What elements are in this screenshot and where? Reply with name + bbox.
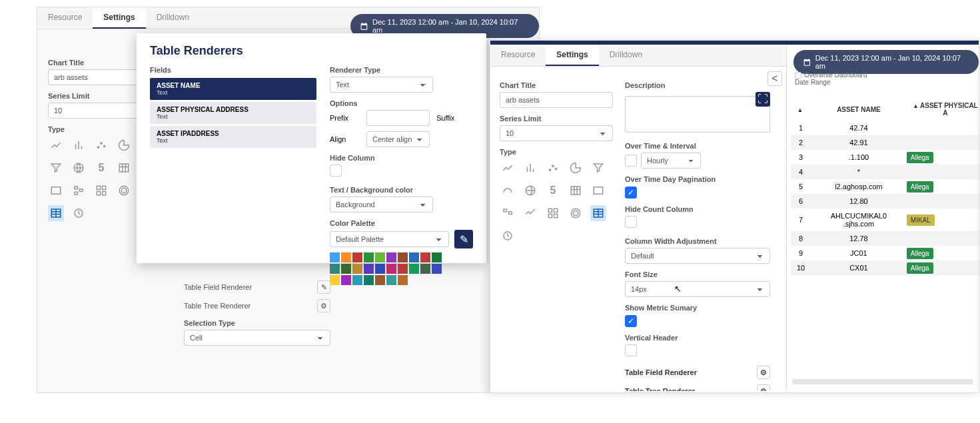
table-row[interactable]: 4* xyxy=(791,165,979,179)
r-series-limit-select[interactable]: 10 xyxy=(500,125,613,141)
r-pie-chart-icon[interactable] xyxy=(568,160,584,176)
table-row[interactable]: 3.1.100Allega xyxy=(791,150,979,165)
r-data-table-icon[interactable] xyxy=(590,205,606,221)
r-trend-icon[interactable] xyxy=(522,205,538,221)
chart-title-input[interactable] xyxy=(48,69,147,85)
over-time-checkbox[interactable] xyxy=(625,155,637,167)
table-row[interactable]: 7AHLCUCMIKAL0 .sjhs.comMIKAL xyxy=(791,209,979,231)
r-tree-icon[interactable] xyxy=(500,205,516,221)
r-table-icon[interactable] xyxy=(568,183,584,199)
r-table-field-renderer-gear[interactable]: ⚙ xyxy=(757,366,770,379)
table-row[interactable]: 812.78 xyxy=(791,231,979,246)
color-swatch[interactable] xyxy=(364,264,374,274)
over-time-day-checkbox[interactable]: ✓ xyxy=(625,187,637,199)
color-swatch[interactable] xyxy=(432,252,442,262)
hide-count-checkbox[interactable] xyxy=(625,216,637,228)
color-swatch[interactable] xyxy=(352,264,362,274)
color-swatch[interactable] xyxy=(420,252,430,262)
color-swatch[interactable] xyxy=(330,264,340,274)
hide-column-checkbox[interactable] xyxy=(330,165,342,177)
r-gauge-chart-icon[interactable] xyxy=(500,183,516,199)
r-timeline-icon[interactable] xyxy=(500,228,516,244)
renderer-type-select[interactable]: Text xyxy=(330,77,433,93)
color-swatch[interactable] xyxy=(398,275,408,285)
funnel-chart-icon[interactable] xyxy=(48,160,64,176)
color-swatch[interactable] xyxy=(409,264,419,274)
table-row[interactable]: 242.91 xyxy=(791,135,979,150)
table-icon[interactable] xyxy=(116,160,132,176)
field-row[interactable]: ASSET NAMEText xyxy=(150,78,316,100)
color-swatch[interactable] xyxy=(330,252,340,262)
series-limit-input[interactable] xyxy=(48,103,147,119)
line-chart-icon[interactable] xyxy=(48,137,64,153)
r-tab-settings[interactable]: Settings xyxy=(546,45,598,66)
table-row[interactable]: 142.74 xyxy=(791,121,979,135)
data-table-icon[interactable] xyxy=(48,205,64,221)
color-swatch[interactable] xyxy=(364,275,374,285)
color-swatch[interactable] xyxy=(341,264,351,274)
color-swatch[interactable] xyxy=(341,275,351,285)
r-line-chart-icon[interactable] xyxy=(500,160,516,176)
prefix-input[interactable] xyxy=(366,110,430,126)
grid-icon[interactable] xyxy=(93,183,109,199)
tab-drilldown[interactable]: Drilldown xyxy=(146,7,200,29)
palette-select[interactable]: Default Palette xyxy=(330,231,449,247)
r-grid-icon[interactable] xyxy=(545,205,561,221)
color-swatch[interactable] xyxy=(398,252,408,262)
color-swatch[interactable] xyxy=(341,252,351,262)
r-date-range-pill[interactable]: Dec 11, 2023 12:00 am - Jan 10, 2024 10:… xyxy=(793,50,979,74)
card-icon[interactable] xyxy=(48,183,64,199)
color-swatch[interactable] xyxy=(386,275,396,285)
sort-arrow-icon[interactable]: ▲ xyxy=(797,107,803,113)
number-five-icon[interactable]: 5 xyxy=(93,160,109,176)
color-swatch[interactable] xyxy=(386,252,396,262)
align-select[interactable]: Center align xyxy=(366,131,430,147)
r-tab-resource[interactable]: Resource xyxy=(490,45,546,66)
bar-chart-icon[interactable] xyxy=(71,137,87,153)
r-bar-chart-icon[interactable] xyxy=(522,160,538,176)
table-row[interactable]: 10CX01Allega xyxy=(791,260,979,275)
color-swatch[interactable] xyxy=(330,275,340,285)
th-asset-physical[interactable]: ASSET PHYSICAL A xyxy=(920,102,978,117)
r-radar-icon[interactable] xyxy=(568,205,584,221)
r-table-tree-renderer-gear[interactable]: ⚙ xyxy=(757,384,770,391)
over-time-interval-select[interactable]: Hourly xyxy=(641,153,701,169)
font-size-select[interactable]: 14px xyxy=(625,281,770,297)
color-swatch[interactable] xyxy=(375,275,385,285)
color-swatch[interactable] xyxy=(352,275,362,285)
r-globe-icon[interactable] xyxy=(522,183,538,199)
col-width-select[interactable]: Default xyxy=(625,248,770,264)
timeline-icon[interactable] xyxy=(71,205,87,221)
color-swatch[interactable] xyxy=(398,264,408,274)
tab-settings[interactable]: Settings xyxy=(93,7,145,29)
horizontal-scrollbar[interactable] xyxy=(792,379,973,384)
selection-type-select[interactable]: Cell xyxy=(184,330,330,346)
color-swatch[interactable] xyxy=(375,252,385,262)
description-expand-button[interactable]: ⛶ xyxy=(755,92,770,107)
color-swatch[interactable] xyxy=(420,264,430,274)
color-swatch[interactable] xyxy=(432,264,442,274)
pie-chart-icon[interactable] xyxy=(116,137,132,153)
r-card-icon[interactable] xyxy=(590,183,606,199)
show-metric-checkbox[interactable]: ✓ xyxy=(625,315,637,327)
color-swatch[interactable] xyxy=(375,264,385,274)
edit-palette-button[interactable]: ✎ xyxy=(454,230,473,248)
r-chart-title-input[interactable] xyxy=(500,92,613,108)
r-scatter-chart-icon[interactable] xyxy=(545,160,561,176)
description-textarea[interactable] xyxy=(625,96,770,133)
color-swatch[interactable] xyxy=(409,252,419,262)
tab-resource[interactable]: Resource xyxy=(37,7,93,29)
table-tree-renderer-gear[interactable]: ⚙ xyxy=(317,299,330,312)
r-overwrite-checkbox[interactable] xyxy=(795,72,801,79)
color-swatch[interactable] xyxy=(352,252,362,262)
color-swatch[interactable] xyxy=(364,252,374,262)
radar-icon[interactable] xyxy=(116,183,132,199)
text-bg-select[interactable]: Background xyxy=(330,197,433,212)
table-row[interactable]: 612.80 xyxy=(791,194,979,209)
field-row[interactable]: ASSET PHYSICAL ADDRESSText xyxy=(150,102,316,124)
table-row[interactable]: 5i2.aghosp.comAllega xyxy=(791,179,979,194)
r-number-five-icon[interactable]: 5 xyxy=(545,183,561,199)
field-row[interactable]: ASSET IPADDRESSText xyxy=(150,126,316,148)
color-swatch[interactable] xyxy=(386,264,396,274)
vertical-header-checkbox[interactable] xyxy=(625,344,637,356)
